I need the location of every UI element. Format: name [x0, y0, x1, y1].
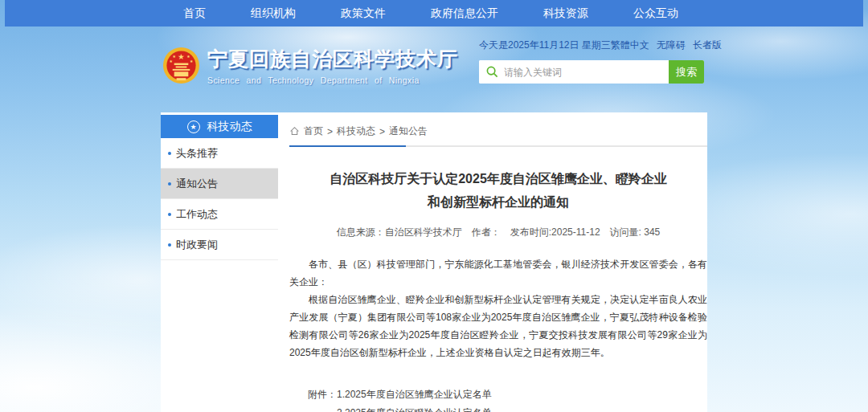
breadcrumb-divider [289, 145, 707, 147]
sidebar-item-label: 工作动态 [176, 208, 218, 220]
article-meta: 信息来源：自治区科学技术厅 作者： 发布时间:2025-11-12 访问量: 3… [289, 226, 707, 239]
date-row: 今天是2025年11月12日 星期三 繁體中文 无障碍 长者版 [479, 39, 704, 52]
site-title: 宁夏回族自治区科学技术厅 [207, 46, 458, 72]
bullet-icon [168, 213, 171, 216]
search-button[interactable]: 搜索 [669, 60, 704, 84]
article-body: 各市、县（区）科技管理部门，宁东能源化工基地管委会，银川经济技术开发区管委会，各… [289, 255, 707, 361]
svg-text:★: ★ [173, 55, 177, 59]
bullet-icon [168, 182, 171, 186]
search-icon [486, 66, 498, 78]
nav-item-policy-documents[interactable]: 政策文件 [341, 6, 386, 21]
breadcrumb-separator: > [379, 126, 385, 137]
breadcrumb-notices[interactable]: 通知公告 [389, 124, 428, 138]
attachments-label: 附件： [308, 385, 337, 412]
sidebar-header-tech-news[interactable]: ★ 科技动态 [161, 115, 278, 138]
sidebar-item-label: 时政要闻 [176, 239, 218, 251]
article-title-line2: 和创新型标杆企业的通知 [289, 190, 707, 214]
nav-item-tech-resources[interactable]: 科技资源 [543, 6, 588, 21]
svg-text:★: ★ [190, 59, 194, 63]
site-title-block: 宁夏回族自治区科学技术厅 Science and Technology Depa… [207, 46, 458, 85]
breadcrumb-home[interactable]: 首页 [304, 124, 323, 138]
current-date: 今天是2025年11月12日 星期三 [479, 39, 611, 52]
svg-text:★: ★ [178, 52, 185, 61]
article-title-line1: 自治区科技厅关于认定2025年度自治区雏鹰企业、瞪羚企业 [289, 167, 707, 190]
article-title: 自治区科技厅关于认定2025年度自治区雏鹰企业、瞪羚企业 和创新型标杆企业的通知 [289, 167, 707, 214]
home-icon [289, 126, 300, 137]
nav-item-public-interaction[interactable]: 公众互动 [633, 6, 678, 21]
header-utilities: 今天是2025年11月12日 星期三 繁體中文 无障碍 长者版 搜索 [479, 39, 704, 84]
link-accessibility[interactable]: 无障碍 [657, 39, 686, 52]
national-emblem-logo: ★ ★ ★ ★ ★ [162, 47, 200, 84]
breadcrumb-tech-news[interactable]: 科技动态 [337, 124, 375, 138]
nav-item-gov-info-disclosure[interactable]: 政府信息公开 [431, 6, 498, 21]
search-bar: 搜索 [479, 60, 704, 84]
link-senior-version[interactable]: 长者版 [693, 39, 722, 52]
attachment-item-gazelle-list[interactable]: 2.2025年度自治区瞪羚企业认定名单 [337, 404, 521, 412]
site-brand[interactable]: ★ ★ ★ ★ ★ 宁夏回族自治区科学技术厅 Science and Techn… [162, 46, 458, 85]
main-container: ★ 科技动态 头条推荐 通知公告 工作动态 时政要闻 首页 > 科技动态 [161, 112, 707, 412]
sidebar-title: 科技动态 [207, 120, 252, 134]
meta-author: 作者： [472, 226, 501, 239]
article-paragraph: 根据自治区雏鹰企业、瞪羚企业和创新型标杆企业认定管理有关规定，决定认定半亩良人农… [289, 291, 707, 361]
attachments-list: 1.2025年度自治区雏鹰企业认定名单 2.2025年度自治区瞪羚企业认定名单 … [337, 385, 521, 412]
top-navigation-items: 首页 组织机构 政策文件 政府信息公开 科技资源 公众互动 [161, 0, 701, 27]
nav-item-home[interactable]: 首页 [183, 6, 206, 21]
top-navigation-bar: 首页 组织机构 政策文件 政府信息公开 科技资源 公众互动 [5, 0, 863, 27]
nav-item-organization[interactable]: 组织机构 [251, 6, 296, 21]
article-paragraph: 各市、县（区）科技管理部门，宁东能源化工基地管委会，银川经济技术开发区管委会，各… [289, 255, 707, 291]
sidebar-item-label: 头条推荐 [176, 147, 218, 159]
breadcrumb: 首页 > 科技动态 > 通知公告 [289, 112, 707, 145]
meta-source: 信息来源：自治区科学技术厅 [337, 226, 462, 239]
sidebar-item-label: 通知公告 [176, 177, 218, 190]
sidebar-item-headline-picks[interactable]: 头条推荐 [161, 138, 278, 169]
star-circle-icon: ★ [187, 120, 200, 133]
sidebar-item-work-updates[interactable]: 工作动态 [161, 199, 278, 230]
bullet-icon [168, 152, 171, 155]
meta-views: 访问量: 345 [610, 226, 661, 239]
search-input[interactable] [479, 60, 669, 84]
link-traditional-chinese[interactable]: 繁體中文 [611, 39, 649, 52]
svg-text:★: ★ [170, 59, 174, 63]
sidebar: ★ 科技动态 头条推荐 通知公告 工作动态 时政要闻 [161, 115, 278, 260]
attachment-item-eagle-list[interactable]: 1.2025年度自治区雏鹰企业认定名单 [337, 385, 521, 404]
attachments-block: 附件： 1.2025年度自治区雏鹰企业认定名单 2.2025年度自治区瞪羚企业认… [289, 385, 707, 412]
bullet-icon [168, 243, 171, 247]
site-header: ★ ★ ★ ★ ★ 宁夏回族自治区科学技术厅 Science and Techn… [161, 27, 707, 112]
svg-text:★: ★ [186, 55, 190, 59]
meta-publish-time: 发布时间:2025-11-12 [510, 226, 600, 239]
sidebar-item-current-politics[interactable]: 时政要闻 [161, 230, 278, 260]
search-box [479, 60, 669, 84]
sidebar-item-notices[interactable]: 通知公告 [161, 169, 278, 199]
content-area: 首页 > 科技动态 > 通知公告 自治区科技厅关于认定2025年度自治区雏鹰企业… [289, 112, 707, 412]
breadcrumb-separator: > [327, 126, 333, 137]
utility-links: 繁體中文 无障碍 长者版 [611, 39, 722, 52]
site-subtitle: Science and Technology Department of Nin… [207, 75, 458, 85]
